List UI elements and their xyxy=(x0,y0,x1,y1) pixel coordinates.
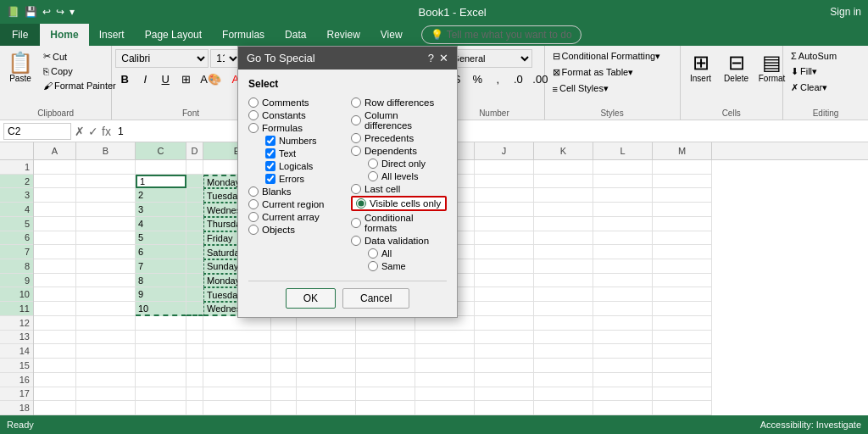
cell-d18[interactable] xyxy=(186,401,203,415)
cell-m18[interactable] xyxy=(653,401,712,415)
quick-access-redo[interactable]: ↪ xyxy=(56,6,64,18)
cell-j9[interactable] xyxy=(475,274,534,288)
cell-h17[interactable] xyxy=(356,387,415,402)
cell-e13[interactable] xyxy=(203,331,271,345)
cell-b11[interactable] xyxy=(76,302,136,316)
cell-k18[interactable] xyxy=(534,401,593,415)
cell-a15[interactable] xyxy=(34,359,76,373)
cell-g18[interactable] xyxy=(297,401,356,415)
option-formulas[interactable]: Formulas xyxy=(248,122,344,134)
cell-l13[interactable] xyxy=(593,331,653,345)
comma-button[interactable]: , xyxy=(488,70,507,88)
font-name-selector[interactable]: Calibri xyxy=(115,49,209,68)
cell-i16[interactable] xyxy=(415,373,475,387)
cell-m3[interactable] xyxy=(653,188,712,203)
check-logicals[interactable] xyxy=(265,161,275,171)
cell-b12[interactable] xyxy=(76,316,136,331)
fill-color-button[interactable]: A🎨 xyxy=(197,70,225,88)
col-header-m[interactable]: M xyxy=(653,142,712,159)
row-header-7[interactable]: 7 xyxy=(0,245,33,259)
option-objects[interactable]: Objects xyxy=(248,224,344,236)
cell-b16[interactable] xyxy=(76,373,136,387)
row-header-4[interactable]: 4 xyxy=(0,203,33,217)
cell-b14[interactable] xyxy=(76,344,136,359)
cell-j15[interactable] xyxy=(475,359,534,373)
row-header-16[interactable]: 16 xyxy=(0,373,33,387)
row-header-14[interactable]: 14 xyxy=(0,344,33,359)
cell-d3[interactable] xyxy=(186,188,203,203)
option-visible-cells[interactable]: Visible cells only xyxy=(351,196,447,211)
cell-i18[interactable] xyxy=(415,401,475,415)
cell-f14[interactable] xyxy=(271,344,297,359)
cell-a3[interactable] xyxy=(34,188,76,203)
cell-f13[interactable] xyxy=(271,331,297,345)
cell-d17[interactable] xyxy=(186,387,203,402)
confirm-formula-icon[interactable]: ✓ xyxy=(88,125,98,138)
cell-a16[interactable] xyxy=(34,373,76,387)
cell-k2[interactable] xyxy=(534,175,593,189)
option-dependents[interactable]: Dependents xyxy=(351,145,447,157)
cell-j13[interactable] xyxy=(475,331,534,345)
cell-styles-button[interactable]: ≡ Cell Styles▾ xyxy=(548,81,613,96)
radio-precedents[interactable] xyxy=(351,133,361,143)
radio-data-validation[interactable] xyxy=(351,236,361,246)
row-header-1[interactable]: 1 xyxy=(0,160,33,175)
cell-b5[interactable] xyxy=(76,217,136,231)
cell-d12[interactable] xyxy=(186,316,203,331)
radio-cond-formats[interactable] xyxy=(351,218,361,228)
cell-j5[interactable] xyxy=(475,217,534,231)
cell-l10[interactable] xyxy=(593,287,653,302)
row-header-10[interactable]: 10 xyxy=(0,287,33,302)
cell-k17[interactable] xyxy=(534,387,593,402)
cell-m2[interactable] xyxy=(653,175,712,189)
cell-d14[interactable] xyxy=(186,344,203,359)
cell-c2[interactable]: 1 xyxy=(136,175,186,189)
cell-a10[interactable] xyxy=(34,287,76,302)
cell-c13[interactable] xyxy=(136,331,186,345)
cell-m5[interactable] xyxy=(653,217,712,231)
cell-c17[interactable] xyxy=(136,387,186,402)
radio-same-sub[interactable] xyxy=(368,261,378,271)
cell-d1[interactable] xyxy=(186,160,203,175)
cell-c12[interactable] xyxy=(136,316,186,331)
col-header-b[interactable]: B xyxy=(76,142,136,159)
cell-m11[interactable] xyxy=(653,302,712,316)
cell-d10[interactable] xyxy=(186,287,203,302)
insert-function-icon[interactable]: fx xyxy=(102,125,111,138)
check-numbers[interactable] xyxy=(265,136,275,146)
cell-a6[interactable] xyxy=(34,231,76,246)
row-header-17[interactable]: 17 xyxy=(0,387,33,402)
tell-me-box[interactable]: 💡 Tell me what you want to do xyxy=(421,25,581,44)
row-header-12[interactable]: 12 xyxy=(0,316,33,331)
delete-button[interactable]: ⊟ Delete xyxy=(720,49,754,86)
option-all-levels[interactable]: All levels xyxy=(351,170,447,182)
cell-c6[interactable]: 5 xyxy=(136,231,186,246)
option-same-sub[interactable]: Same xyxy=(351,260,447,272)
bold-button[interactable]: B xyxy=(115,70,134,88)
cell-g12[interactable] xyxy=(297,316,356,331)
tab-home[interactable]: Home xyxy=(40,24,88,46)
cell-i13[interactable] xyxy=(415,331,475,345)
cell-j18[interactable] xyxy=(475,401,534,415)
cancel-button[interactable]: Cancel xyxy=(342,288,409,309)
cell-h12[interactable] xyxy=(356,316,415,331)
cell-k14[interactable] xyxy=(534,344,593,359)
cell-a7[interactable] xyxy=(34,245,76,259)
cell-l12[interactable] xyxy=(593,316,653,331)
underline-button[interactable]: U xyxy=(156,70,175,88)
cell-g13[interactable] xyxy=(297,331,356,345)
cell-f12[interactable] xyxy=(271,316,297,331)
cell-k9[interactable] xyxy=(534,274,593,288)
font-size-selector[interactable]: 11 xyxy=(210,49,241,68)
cell-b4[interactable] xyxy=(76,203,136,217)
option-blanks[interactable]: Blanks xyxy=(248,186,344,198)
row-header-15[interactable]: 15 xyxy=(0,359,33,373)
cell-a17[interactable] xyxy=(34,387,76,402)
cell-h14[interactable] xyxy=(356,344,415,359)
tab-formulas[interactable]: Formulas xyxy=(212,24,275,46)
radio-last-cell[interactable] xyxy=(351,184,361,194)
cell-b3[interactable] xyxy=(76,188,136,203)
cell-k5[interactable] xyxy=(534,217,593,231)
option-current-array[interactable]: Current array xyxy=(248,211,344,223)
quick-access-more[interactable]: ▾ xyxy=(70,6,75,18)
